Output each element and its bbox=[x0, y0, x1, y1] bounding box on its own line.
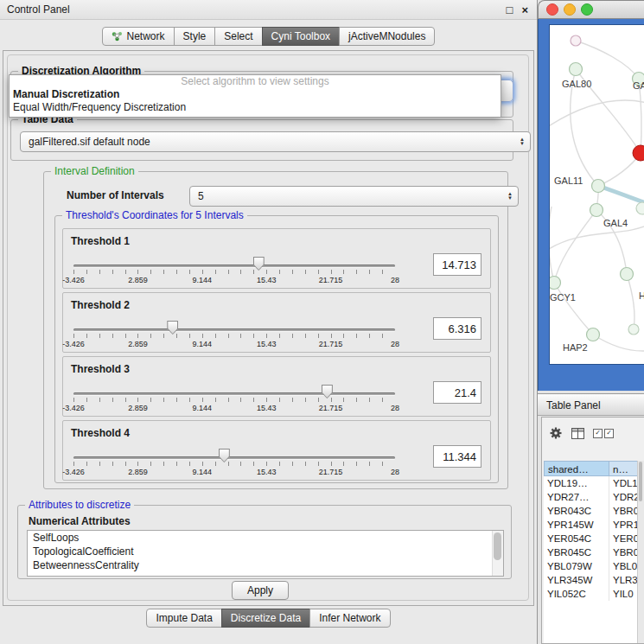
table-rows: YDL19…YDL1YDR27…YDR2YBR043CYBR0YPR145WYP… bbox=[544, 476, 644, 601]
table-row[interactable]: YDR27…YDR2 bbox=[544, 490, 644, 504]
table-row[interactable]: YIL052CYIL0 bbox=[544, 587, 644, 601]
table-row[interactable]: YBR045CYBR0 bbox=[544, 545, 644, 559]
table-data-combo-value: galFiltered.sif default node bbox=[29, 136, 150, 148]
threshold-1-slider-thumb[interactable] bbox=[253, 257, 265, 271]
tab-jactivemnodules[interactable]: jActiveMNodules bbox=[339, 27, 435, 46]
network-node[interactable] bbox=[592, 180, 605, 193]
table-row[interactable]: YPR145WYPR1 bbox=[544, 518, 644, 532]
threshold-2-slider-thumb[interactable] bbox=[167, 321, 178, 335]
bottom-tab-label: Impute Data bbox=[156, 609, 212, 627]
slider-track bbox=[73, 456, 395, 459]
threshold-4-value-field[interactable]: 11.344 bbox=[433, 445, 481, 468]
column-header-shared-name[interactable]: shared… bbox=[544, 461, 609, 476]
algorithm-option[interactable]: Manual Discretization bbox=[10, 88, 501, 101]
tab-label: Select bbox=[224, 28, 252, 45]
tick-label: 9.144 bbox=[193, 404, 213, 412]
cell-shared-name: YPR145W bbox=[544, 518, 609, 532]
slider-ticks bbox=[73, 334, 395, 338]
float-window-icon[interactable]: □ bbox=[507, 4, 513, 16]
threshold-1-slider[interactable]: -3.4262.8599.14415.4321.71528 bbox=[73, 255, 395, 288]
minimize-traffic-light-icon[interactable] bbox=[564, 3, 576, 16]
tab-label: Cyni Toolbox bbox=[271, 28, 330, 45]
tick-label: -3.426 bbox=[62, 340, 85, 348]
table-scrollbar-thumb[interactable] bbox=[639, 462, 642, 501]
threshold-1-value-field[interactable]: 14.713 bbox=[433, 253, 481, 276]
numerical-attributes-list[interactable]: SelfLoopsTopologicalCoefficientBetweenne… bbox=[27, 530, 504, 577]
close-traffic-light-icon[interactable] bbox=[546, 3, 558, 16]
table-row[interactable]: YLR345WYLR3 bbox=[544, 573, 644, 587]
threshold-1-panel: Threshold 1 -3.4262.8599.14415.4321.7152… bbox=[62, 228, 491, 289]
table-row[interactable]: YBL079WYBL0 bbox=[544, 559, 644, 573]
tab-select[interactable]: Select bbox=[214, 27, 262, 46]
network-graph: GAL80GAGAL11GAL4GCY1HHAP2 bbox=[550, 25, 644, 364]
threshold-4-slider[interactable]: -3.4262.8599.14415.4321.71528 bbox=[73, 447, 395, 480]
select-columns-icon[interactable]: ✓ ✓ bbox=[593, 429, 614, 438]
network-node-label: H bbox=[639, 290, 644, 301]
network-node[interactable] bbox=[550, 277, 561, 290]
attribute-list-item[interactable]: TopologicalCoefficient bbox=[28, 545, 503, 558]
close-window-icon[interactable]: × bbox=[521, 4, 528, 16]
threshold-2-slider[interactable]: -3.4262.8599.14415.4321.71528 bbox=[73, 319, 395, 352]
selected-network-node[interactable] bbox=[633, 145, 644, 161]
attribute-list-item[interactable]: SelfLoops bbox=[28, 531, 503, 545]
combo-arrows-icon: ▲▼ bbox=[507, 192, 513, 201]
bottom-tab-impute-data[interactable]: Impute Data bbox=[146, 609, 221, 628]
tick-label: 21.715 bbox=[319, 340, 343, 348]
tick-label: 15.43 bbox=[257, 468, 277, 476]
combo-arrows-icon: ▲▼ bbox=[520, 137, 525, 146]
attributes-group-title: Attributes to discretize bbox=[25, 499, 134, 511]
attribute-list-item[interactable]: BetweennessCentrality bbox=[28, 558, 503, 572]
table-row[interactable]: YER054CYER0 bbox=[544, 532, 644, 545]
list-scrollbar[interactable] bbox=[492, 531, 503, 576]
table-toolbar: ✓ ✓ bbox=[542, 421, 644, 445]
control-panel: Control Panel □ × NetworkStyleSelectCyni… bbox=[0, 0, 538, 644]
table-panel-title: Table Panel bbox=[546, 399, 601, 411]
interval-definition-group: Interval Definition Number of Intervals … bbox=[43, 171, 508, 489]
table-row[interactable]: YDL19…YDL1 bbox=[544, 476, 644, 490]
cell-shared-name: YDL19… bbox=[544, 476, 609, 490]
table-row[interactable]: YBR043CYBR0 bbox=[544, 504, 644, 518]
algorithm-option[interactable]: Equal Width/Frequency Discretization bbox=[10, 101, 501, 114]
network-node-label: GAL4 bbox=[603, 218, 628, 228]
screen: Control Panel □ × NetworkStyleSelectCyni… bbox=[0, 0, 644, 644]
tick-label: 2.859 bbox=[128, 468, 148, 476]
network-node[interactable] bbox=[570, 63, 583, 76]
zoom-traffic-light-icon[interactable] bbox=[581, 3, 593, 16]
bottom-tab-discretize-data[interactable]: Discretize Data bbox=[221, 609, 310, 628]
table-data-combo[interactable]: galFiltered.sif default node ▲▼ bbox=[20, 131, 531, 152]
algorithm-options-list: Manual DiscretizationEqual Width/Frequen… bbox=[10, 88, 501, 114]
network-window: GAL80GAGAL11GAL4GCY1HHAP2 bbox=[538, 0, 644, 391]
threshold-3-panel: Threshold 3 -3.4262.8599.14415.4321.7152… bbox=[62, 356, 491, 417]
tab-cyni-toolbox[interactable]: Cyni Toolbox bbox=[262, 27, 340, 46]
settings-gear-icon[interactable] bbox=[549, 426, 563, 440]
threshold-4-slider-thumb[interactable] bbox=[219, 449, 230, 462]
network-canvas[interactable]: GAL80GAGAL11GAL4GCY1HHAP2 bbox=[549, 24, 644, 365]
network-node[interactable] bbox=[621, 268, 634, 281]
list-scrollbar-thumb[interactable] bbox=[494, 532, 501, 560]
tick-label: 15.43 bbox=[257, 340, 277, 348]
threshold-3-value-field[interactable]: 21.4 bbox=[433, 381, 481, 404]
columns-icon[interactable] bbox=[571, 428, 584, 439]
tab-style[interactable]: Style bbox=[174, 27, 216, 46]
tab-network[interactable]: Network bbox=[102, 27, 175, 46]
network-node-label: GAL80 bbox=[562, 79, 591, 89]
bottom-tab-label: Infer Network bbox=[319, 609, 380, 627]
window-controls: □ × bbox=[507, 4, 528, 16]
tab-label: Network bbox=[127, 28, 165, 45]
thresholds-group-title: Threshold's Coordinates for 5 Intervals bbox=[62, 209, 247, 221]
apply-button[interactable]: Apply bbox=[232, 581, 289, 600]
threshold-3-slider[interactable]: -3.4262.8599.14415.4321.71528 bbox=[73, 383, 395, 416]
tick-label: 28 bbox=[391, 276, 399, 284]
bottom-tab-infer-network[interactable]: Infer Network bbox=[309, 609, 390, 628]
algorithm-dropdown-popup: Select algorithm to view settings Manual… bbox=[9, 74, 501, 118]
network-node[interactable] bbox=[587, 328, 600, 341]
threshold-2-label: Threshold 2 bbox=[71, 299, 130, 311]
number-of-intervals-combo[interactable]: 5 ▲▼ bbox=[189, 186, 519, 207]
threshold-2-value-field[interactable]: 6.316 bbox=[433, 317, 481, 340]
network-node[interactable] bbox=[590, 204, 603, 217]
cell-shared-name: YIL052C bbox=[544, 587, 609, 601]
slider-ticks bbox=[73, 270, 395, 274]
threshold-3-slider-thumb[interactable] bbox=[322, 385, 333, 399]
table-scrollbar[interactable] bbox=[637, 461, 644, 643]
numerical-attributes-label: Numerical Attributes bbox=[29, 515, 131, 527]
